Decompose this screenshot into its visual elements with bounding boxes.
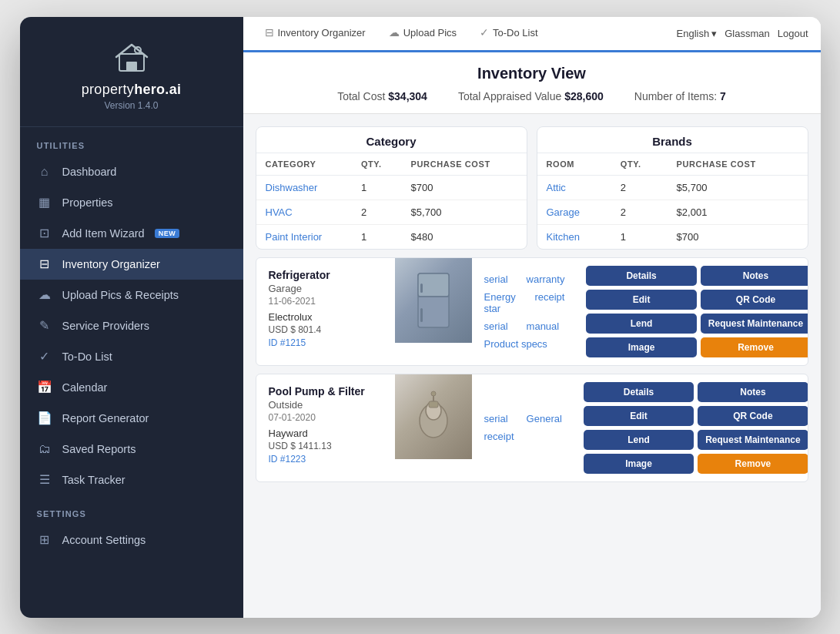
links-row-1: serial General xyxy=(484,413,562,424)
grid-icon: ▦ xyxy=(37,195,52,210)
tab-upload-pics[interactable]: ☁ Upload Pics xyxy=(380,20,466,46)
category-link-paint[interactable]: Paint Interior xyxy=(266,231,323,243)
sidebar-item-label: Report Generator xyxy=(62,412,149,424)
manual-link[interactable]: manual xyxy=(527,320,560,332)
notes-button[interactable]: Notes xyxy=(698,382,808,402)
qty-cell: 1 xyxy=(352,175,402,200)
lend-button[interactable]: Lend xyxy=(586,314,696,334)
item-brand: Hayward xyxy=(269,428,383,439)
inventory-stats: Total Cost $34,304 Total Appraised Value… xyxy=(262,90,802,102)
energy-star-link[interactable]: Energy star xyxy=(484,291,517,314)
item-id-link-1223[interactable]: ID #1223 xyxy=(269,454,383,465)
settings-label: SETTINGS xyxy=(20,495,243,525)
cost-cell: $5,700 xyxy=(402,200,527,224)
item-actions-1215: Details Notes Edit QR Code Lend Request … xyxy=(577,258,808,365)
links-row-2: receipt xyxy=(484,431,562,442)
room-link-kitchen[interactable]: Kitchen xyxy=(547,231,580,243)
item-room: Outside xyxy=(269,399,383,411)
sidebar-item-upload-pics[interactable]: ☁ Upload Pics & Receipts xyxy=(20,280,243,310)
details-button[interactable]: Details xyxy=(586,266,696,286)
item-cost: USD $ 801.4 xyxy=(269,324,383,335)
qty-cell: 2 xyxy=(611,175,668,200)
logout-button[interactable]: Logout xyxy=(778,28,808,39)
qty-col-header: QTY. xyxy=(352,153,402,176)
category-table-card: Category CATEGORY QTY. PURCHASE COST Dis… xyxy=(256,126,527,250)
item-info-1215: Refrigerator Garage 11-06-2021 Electrolu… xyxy=(256,258,395,365)
utilities-label: UTILITIES xyxy=(20,127,243,156)
remove-button[interactable]: Remove xyxy=(698,454,808,474)
serial-link-1[interactable]: serial xyxy=(484,273,508,285)
serial-link-2[interactable]: serial xyxy=(484,320,508,332)
remove-button[interactable]: Remove xyxy=(701,337,808,357)
sidebar-item-calendar[interactable]: 📅 Calendar xyxy=(20,372,243,403)
language-selector[interactable]: English ▾ xyxy=(677,28,718,39)
upload-icon: ☁ xyxy=(37,287,52,303)
sidebar-item-task-tracker[interactable]: ☰ Task Tracker xyxy=(20,465,243,495)
logo-version: Version 1.4.0 xyxy=(104,100,158,111)
lend-button[interactable]: Lend xyxy=(584,430,694,450)
tab-inventory-icon: ⊟ xyxy=(265,26,274,39)
product-specs-link[interactable]: Product specs xyxy=(484,338,547,350)
sidebar-item-service-providers[interactable]: ✎ Service Providers xyxy=(20,310,243,341)
notes-button[interactable]: Notes xyxy=(701,266,808,286)
actions-grid: Details Notes Edit QR Code Lend Request … xyxy=(586,266,808,357)
image-button[interactable]: Image xyxy=(584,454,694,474)
items-count: 7 xyxy=(720,90,726,102)
item-brand: Electrolux xyxy=(269,311,383,323)
tables-section: Category CATEGORY QTY. PURCHASE COST Dis… xyxy=(243,114,821,257)
image-button[interactable]: Image xyxy=(586,337,696,357)
sidebar-item-inventory-organizer[interactable]: ⊟ Inventory Organizer xyxy=(20,249,243,280)
items-list: Refrigerator Garage 11-06-2021 Electrolu… xyxy=(243,257,821,618)
category-link-hvac[interactable]: HVAC xyxy=(266,206,293,218)
sidebar-item-label: Calendar xyxy=(62,381,108,394)
item-links-1215: serial warranty Energy star receipt seri… xyxy=(472,258,577,365)
links-row-2: Energy star receipt xyxy=(484,291,565,314)
edit-button[interactable]: Edit xyxy=(586,290,696,310)
edit-button[interactable]: Edit xyxy=(584,406,694,426)
request-maintenance-button[interactable]: Request Maintenance xyxy=(698,430,808,450)
table-row: Dishwasher 1 $700 xyxy=(256,175,527,200)
receipt-link-2[interactable]: receipt xyxy=(484,431,514,442)
sidebar-item-properties[interactable]: ▦ Properties xyxy=(20,187,243,218)
room-link-garage[interactable]: Garage xyxy=(547,206,580,218)
receipt-link[interactable]: receipt xyxy=(534,291,564,314)
item-links-1223: serial General receipt xyxy=(472,374,574,481)
cost-col-header: PURCHASE COST xyxy=(402,153,527,176)
sidebar-item-label: Dashboard xyxy=(62,166,117,178)
tab-todo-icon: ✓ xyxy=(480,26,489,39)
svg-rect-7 xyxy=(420,308,423,322)
sidebar-item-report-generator[interactable]: 📄 Report Generator xyxy=(20,403,243,434)
sidebar-item-todo-list[interactable]: ✓ To-Do List xyxy=(20,341,243,372)
tab-todo-list[interactable]: ✓ To-Do List xyxy=(470,20,547,46)
serial-link-3[interactable]: serial xyxy=(484,413,508,424)
room-link-attic[interactable]: Attic xyxy=(547,182,566,193)
qty-col-header: QTY. xyxy=(611,153,668,176)
item-id-link-1215[interactable]: ID #1215 xyxy=(269,337,383,348)
list-item: Refrigerator Garage 11-06-2021 Electrolu… xyxy=(256,257,808,366)
sidebar-item-account-settings[interactable]: ⊞ Account Settings xyxy=(20,525,243,555)
logo-area: propertyhero.ai Version 1.4.0 xyxy=(20,17,243,127)
cost-cell: $480 xyxy=(402,224,527,249)
item-actions-1223: Details Notes Edit QR Code Lend Request … xyxy=(574,374,808,481)
top-nav: ⊟ Inventory Organizer ☁ Upload Pics ✓ To… xyxy=(243,17,821,52)
details-button[interactable]: Details xyxy=(584,382,694,402)
sidebar-item-label: Add Item Wizard xyxy=(62,227,145,240)
item-info-1223: Pool Pump & Filter Outside 07-01-2020 Ha… xyxy=(256,374,395,481)
sidebar-section-utilities: UTILITIES ⌂ Dashboard ▦ Properties ⊡ Add… xyxy=(20,127,243,495)
links-row-1: serial warranty xyxy=(484,273,565,285)
tab-label: To-Do List xyxy=(493,27,538,39)
tab-inventory-organizer[interactable]: ⊟ Inventory Organizer xyxy=(256,20,375,46)
sidebar-item-saved-reports[interactable]: 🗂 Saved Reports xyxy=(20,434,243,465)
qr-code-button[interactable]: QR Code xyxy=(698,406,808,426)
qr-code-button[interactable]: QR Code xyxy=(701,290,808,310)
general-link[interactable]: General xyxy=(527,413,562,424)
category-link-dishwasher[interactable]: Dishwasher xyxy=(266,182,318,193)
request-maintenance-button[interactable]: Request Maintenance xyxy=(701,314,808,334)
sidebar-item-label: Account Settings xyxy=(62,534,146,546)
username-label: Glassman xyxy=(725,28,770,39)
sidebar-item-add-item-wizard[interactable]: ⊡ Add Item Wizard NEW xyxy=(20,218,243,249)
wizard-icon: ⊡ xyxy=(37,226,52,241)
cost-cell: $2,001 xyxy=(668,200,808,224)
warranty-link[interactable]: warranty xyxy=(527,273,565,285)
sidebar-item-dashboard[interactable]: ⌂ Dashboard xyxy=(20,156,243,187)
